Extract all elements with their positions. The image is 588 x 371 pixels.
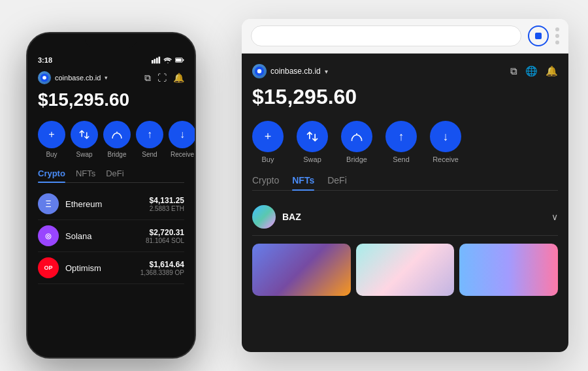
phone-action-buttons: + Buy Swap Bridge ↑ Send bbox=[38, 121, 184, 158]
phone-receive-circle: ↓ bbox=[169, 121, 196, 148]
svg-rect-3 bbox=[159, 57, 161, 64]
browser-balance: $15,295.60 bbox=[252, 85, 558, 109]
browser-dot-2 bbox=[555, 34, 559, 38]
battery-icon bbox=[175, 56, 184, 65]
phone-account-chevron[interactable]: ▾ bbox=[105, 74, 108, 81]
browser-url-bar[interactable] bbox=[251, 25, 521, 46]
phone-status-icons bbox=[152, 56, 184, 65]
svg-rect-1 bbox=[154, 59, 156, 63]
svg-rect-2 bbox=[156, 58, 158, 64]
browser-send-circle: ↑ bbox=[385, 121, 417, 152]
eth-icon: Ξ bbox=[38, 193, 59, 214]
phone-send-circle: ↑ bbox=[136, 121, 163, 148]
browser-account-name: coinbase.cb.id bbox=[270, 67, 321, 76]
asset-row-sol[interactable]: ◎ Solana $2,720.31 81.1064 SOL bbox=[38, 220, 184, 252]
phone-tab-defi[interactable]: DeFi bbox=[106, 169, 123, 182]
browser-receive-circle: ↓ bbox=[430, 121, 461, 152]
browser-tab-defi[interactable]: DeFi bbox=[327, 175, 347, 190]
phone-bridge-button[interactable]: Bridge bbox=[103, 121, 131, 158]
browser-action-buttons: + Buy Swap Bridge ↑ Send bbox=[252, 121, 558, 163]
eth-usd: $4,131.25 bbox=[150, 196, 184, 205]
browser-content: coinbase.cb.id ▾ ⧉ 🌐 🔔 $15,295.60 + Buy bbox=[242, 54, 568, 352]
svg-point-13 bbox=[257, 69, 261, 73]
op-name: Optimism bbox=[65, 263, 140, 273]
nft-collection-name: BAZ bbox=[282, 212, 301, 222]
browser-bell-icon[interactable]: 🔔 bbox=[546, 65, 558, 77]
phone-screen: 3:18 coinbase.cb.id ▾ bbox=[27, 33, 195, 357]
browser-header-icons: ⧉ 🌐 🔔 bbox=[510, 65, 558, 77]
nft-grid bbox=[252, 244, 558, 296]
phone-account-info[interactable]: coinbase.cb.id ▾ bbox=[38, 71, 108, 84]
browser-account-chevron[interactable]: ▾ bbox=[325, 68, 328, 75]
swap-arrows-icon bbox=[78, 129, 90, 140]
asset-row-eth[interactable]: Ξ Ethereum $4,131.25 2.5883 ETH bbox=[38, 188, 184, 220]
phone-asset-list: Ξ Ethereum $4,131.25 2.5883 ETH ◎ Solana… bbox=[38, 188, 184, 284]
phone-status-bar: 3:18 bbox=[38, 53, 184, 65]
phone-receive-label: Receive bbox=[171, 151, 194, 158]
phone-time: 3:18 bbox=[38, 56, 52, 64]
svg-point-8 bbox=[42, 76, 46, 80]
browser-globe-icon[interactable]: 🌐 bbox=[525, 65, 538, 77]
browser-window: coinbase.cb.id ▾ ⧉ 🌐 🔔 $15,295.60 + Buy bbox=[242, 19, 568, 352]
phone-swap-label: Swap bbox=[76, 151, 92, 158]
phone-swap-button[interactable]: Swap bbox=[71, 121, 98, 158]
phone-device: 3:18 coinbase.cb.id ▾ bbox=[26, 32, 196, 359]
svg-rect-0 bbox=[152, 60, 154, 63]
browser-swap-circle bbox=[297, 121, 328, 152]
phone-bridge-circle bbox=[103, 121, 131, 148]
phone-receive-button[interactable]: ↓ Receive bbox=[169, 121, 196, 158]
nft-thumb-2[interactable] bbox=[356, 244, 455, 296]
phone-send-button[interactable]: ↑ Send bbox=[136, 121, 163, 158]
browser-account-info[interactable]: coinbase.cb.id ▾ bbox=[252, 64, 328, 78]
browser-stop-button[interactable] bbox=[528, 25, 549, 46]
browser-tab-nfts[interactable]: NFTs bbox=[292, 175, 314, 190]
phone-account-avatar bbox=[38, 71, 51, 84]
signal-icon bbox=[152, 56, 161, 65]
browser-swap-button[interactable]: Swap bbox=[297, 121, 328, 163]
op-values: $1,614.64 1,368.3389 OP bbox=[140, 260, 184, 276]
phone-tab-crypto[interactable]: Crypto bbox=[38, 169, 65, 182]
phone-send-label: Send bbox=[142, 151, 157, 158]
nft-collection-left: BAZ bbox=[252, 205, 301, 229]
browser-buy-button[interactable]: + Buy bbox=[252, 121, 284, 163]
browser-bridge-icon bbox=[350, 130, 363, 143]
phone-tab-nfts[interactable]: NFTs bbox=[76, 169, 95, 182]
phone-copy-icon[interactable]: ⧉ bbox=[144, 73, 151, 84]
eth-values: $4,131.25 2.5883 ETH bbox=[150, 196, 184, 212]
nft-collection-chevron[interactable]: ∨ bbox=[551, 212, 558, 222]
phone-header-icons: ⧉ ⛶ 🔔 bbox=[144, 73, 184, 84]
browser-dot-1 bbox=[555, 27, 559, 31]
nft-thumb-3[interactable] bbox=[459, 244, 558, 296]
phone-buy-button[interactable]: + Buy bbox=[38, 121, 65, 158]
nft-thumb-1[interactable] bbox=[252, 244, 351, 296]
asset-row-op[interactable]: OP Optimism $1,614.64 1,368.3389 OP bbox=[38, 252, 184, 284]
browser-header: coinbase.cb.id ▾ ⧉ 🌐 🔔 bbox=[252, 64, 558, 78]
browser-swap-label: Swap bbox=[303, 155, 321, 163]
phone-notch bbox=[85, 33, 137, 48]
browser-dot-3 bbox=[555, 40, 559, 44]
sol-values: $2,720.31 81.1064 SOL bbox=[146, 228, 184, 244]
browser-tab-crypto[interactable]: Crypto bbox=[252, 175, 279, 190]
browser-receive-label: Receive bbox=[433, 155, 459, 163]
phone-account-name: coinbase.cb.id bbox=[55, 74, 101, 82]
browser-account-avatar bbox=[252, 64, 267, 78]
phone-bell-icon[interactable]: 🔔 bbox=[173, 73, 184, 84]
sol-amount: 81.1064 SOL bbox=[146, 237, 184, 244]
wifi-icon bbox=[163, 56, 172, 65]
nft-collection-row[interactable]: BAZ ∨ bbox=[252, 199, 558, 236]
browser-send-button[interactable]: ↑ Send bbox=[385, 121, 417, 163]
browser-buy-circle: + bbox=[252, 121, 284, 152]
browser-tabs: Crypto NFTs DeFi bbox=[252, 175, 558, 191]
phone-bridge-label: Bridge bbox=[108, 151, 127, 158]
browser-bridge-button[interactable]: Bridge bbox=[341, 121, 372, 163]
browser-chrome bbox=[242, 19, 568, 54]
browser-copy-icon[interactable]: ⧉ bbox=[510, 65, 517, 77]
browser-receive-button[interactable]: ↓ Receive bbox=[430, 121, 461, 163]
op-icon: OP bbox=[38, 257, 59, 278]
nft-collection-avatar bbox=[252, 205, 276, 229]
phone-expand-icon[interactable]: ⛶ bbox=[157, 73, 167, 84]
scene: 3:18 coinbase.cb.id ▾ bbox=[13, 12, 575, 359]
phone-swap-circle bbox=[71, 121, 98, 148]
browser-send-label: Send bbox=[393, 155, 410, 163]
phone-tabs: Crypto NFTs DeFi bbox=[38, 169, 184, 183]
